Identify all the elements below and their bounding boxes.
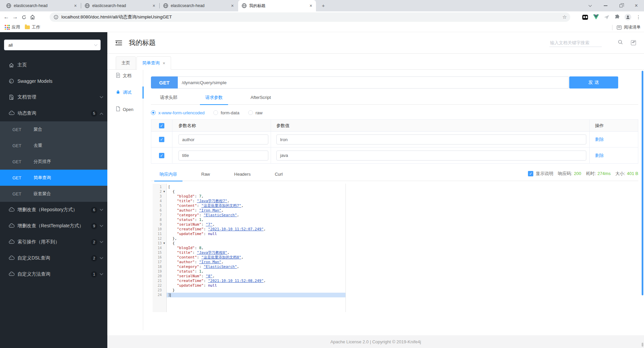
code-text[interactable]: { [167, 241, 638, 246]
code-text[interactable]: "serialNum": "7", [167, 222, 638, 227]
sidebar-item-doc-manage[interactable]: 文档管理 [0, 89, 107, 105]
url-text[interactable]: localhost:8080/doc.html#/all/动态查询/simple… [61, 14, 562, 20]
code-text[interactable]: "serialNum": "8", [167, 274, 638, 279]
code-text[interactable]: "updateTime": null [167, 283, 638, 288]
body-type-radio-raw[interactable]: raw [248, 110, 263, 115]
sidebar-subitem-去重[interactable]: GET去重 [0, 137, 107, 154]
browser-menu-icon[interactable]: ⋮ [635, 14, 642, 21]
fold-icon[interactable]: ▼ [162, 189, 167, 194]
close-icon[interactable]: × [309, 3, 313, 8]
sidebar-subitem-聚合[interactable]: GET聚合 [0, 121, 107, 137]
minimize-button[interactable] [598, 0, 613, 11]
vue-devtools-icon[interactable] [592, 14, 599, 21]
debug-nav-文档[interactable]: 文档 [116, 70, 143, 82]
bookmark-item[interactable]: 应用 [5, 24, 20, 30]
bookmark-star-icon[interactable]: ☆ [562, 14, 567, 20]
profile-avatar[interactable] [625, 14, 631, 20]
sidebar-item-swagger-models[interactable]: {}Swagger Models [0, 73, 107, 89]
fold-icon[interactable]: ▼ [162, 241, 167, 246]
debug-nav-Open[interactable]: Open [116, 103, 143, 115]
layout-icon[interactable] [631, 40, 636, 45]
sidebar-item-custom-method[interactable]: /\自定义方法查询1 [0, 266, 107, 282]
row-checkbox[interactable]: ✓ [159, 153, 164, 158]
extension-icon-dark[interactable] [582, 14, 589, 21]
code-text[interactable]: "title": "Java学习教程8", [167, 250, 638, 255]
body-type-radio-form-data[interactable]: form-data [213, 110, 239, 115]
code-text[interactable]: "blogId": 8, [167, 246, 638, 250]
reload-button[interactable] [19, 13, 28, 21]
sidebar-item-crud-repository[interactable]: /\增删改查（Repository方式）6 [0, 202, 107, 218]
code-text[interactable]: "author": "Iron Man", [167, 260, 638, 265]
sidebar-subitem-嵌套聚合[interactable]: GET嵌套聚合 [0, 186, 107, 202]
response-tab-Headers[interactable]: Headers [229, 169, 256, 181]
browser-tab[interactable]: elasticsearch-head× [81, 0, 159, 11]
tab-search-chevron-icon[interactable] [582, 0, 598, 11]
param-name-input[interactable] [178, 134, 268, 144]
param-value-input[interactable] [276, 151, 586, 161]
browser-tab[interactable]: 我的标题× [238, 0, 316, 11]
sidebar-subitem-分页排序[interactable]: GET分页排序 [0, 154, 107, 170]
response-editor[interactable]: 1[2▼ {3 "blogId": 7,4 "title": "Java学习教程… [153, 184, 638, 312]
browser-tab[interactable]: elasticsearch-head× [160, 0, 237, 11]
close-icon[interactable]: × [152, 3, 156, 8]
reading-list-button[interactable]: 阅读清单 [612, 24, 641, 30]
sidebar-item-index-ops[interactable]: /\索引操作（用不到）2 [0, 234, 107, 250]
close-icon[interactable]: × [230, 3, 235, 8]
code-text[interactable]: "title": "Java学习教程7", [167, 199, 638, 204]
code-text[interactable]: "content": "这是批量添加的文档8", [167, 255, 638, 260]
request-tab-AfterScript[interactable]: AfterScript [245, 92, 276, 105]
sidebar-subitem-简单查询[interactable]: GET简单查询 [0, 170, 107, 186]
response-tab-Curl[interactable]: Curl [269, 169, 288, 181]
extensions-puzzle-icon[interactable] [614, 14, 621, 21]
code-text[interactable]: "updateTime": null [167, 232, 638, 236]
bookmark-item[interactable]: 工作 [25, 24, 40, 30]
restore-button[interactable] [613, 0, 629, 11]
debug-nav-调试[interactable]: 调试 [116, 86, 143, 99]
code-text[interactable]: "status": 1, [167, 269, 638, 274]
code-text[interactable]: }, [167, 236, 638, 241]
doc-tab-简单查询[interactable]: 简单查询× [137, 56, 171, 70]
close-window-button[interactable]: × [629, 0, 644, 11]
forward-button[interactable]: → [11, 13, 19, 21]
doc-tab-主页[interactable]: 主页 [116, 56, 136, 70]
search-icon[interactable] [618, 40, 623, 46]
response-tab-响应内容[interactable]: 响应内容 [154, 169, 182, 181]
info-icon[interactable] [54, 15, 58, 19]
group-select[interactable]: all [4, 40, 101, 50]
extension-icon-gray[interactable] [603, 14, 610, 21]
code-text[interactable]: "createTime": "2021-10-10 11:52:08.249", [167, 279, 638, 283]
code-text[interactable]: "category": "ElasticSearch", [167, 265, 638, 269]
sidebar-item-dynamic-query[interactable]: /\动态查询5 [0, 105, 107, 121]
response-tab-Raw[interactable]: Raw [196, 169, 215, 181]
browser-tab[interactable]: elasticsearch-head× [3, 0, 80, 11]
code-text[interactable]: "content": "这是批量添加的文档7", [167, 204, 638, 208]
main-scrollbar-thumb[interactable] [642, 71, 643, 295]
code-text[interactable]: "author": "Iron Man", [167, 208, 638, 213]
code-text[interactable]: "category": "ElasticSearch", [167, 213, 638, 218]
code-text[interactable]: "status": 1, [167, 218, 638, 222]
send-button[interactable]: 发 送 [569, 76, 618, 89]
close-icon[interactable]: × [163, 61, 165, 66]
code-text[interactable]: } [167, 288, 638, 293]
code-text[interactable]: "createTime": "2021-10-10 11:52:07.249", [167, 227, 638, 232]
request-tab-请求参数[interactable]: 请求参数 [200, 92, 228, 105]
request-url-input[interactable] [178, 76, 569, 89]
home-button[interactable] [28, 13, 37, 21]
sidebar-item-custom-dsl[interactable]: /\自定义DSL查询2 [0, 250, 107, 266]
show-desc-checkbox[interactable]: ✓ [528, 171, 533, 176]
back-button[interactable]: ← [2, 13, 11, 21]
row-checkbox[interactable]: ✓ [159, 137, 164, 142]
menu-fold-icon[interactable] [115, 40, 122, 46]
delete-link[interactable]: 删除 [595, 153, 604, 159]
close-icon[interactable]: × [73, 3, 78, 8]
doc-search-input[interactable] [549, 39, 602, 47]
param-name-input[interactable] [178, 151, 268, 161]
new-tab-button[interactable]: + [320, 2, 327, 9]
delete-link[interactable]: 删除 [595, 136, 604, 142]
body-type-radio-x-www-form-urlencoded[interactable]: x-www-form-urlencoded [151, 110, 205, 115]
request-tab-请求头部[interactable]: 请求头部 [155, 92, 183, 105]
code-text[interactable]: "blogId": 7, [167, 194, 638, 199]
param-value-input[interactable] [276, 134, 586, 144]
sidebar-item-home[interactable]: 主页 [0, 57, 107, 73]
omnibox[interactable]: localhost:8080/doc.html#/all/动态查询/simple… [50, 12, 570, 22]
